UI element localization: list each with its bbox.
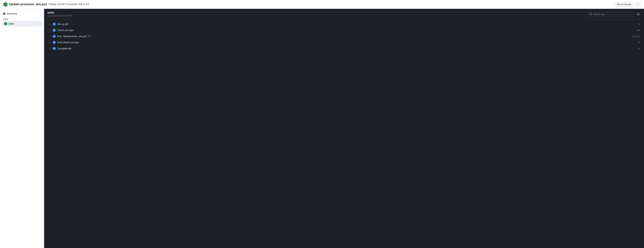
step-name-4: Complete job — [57, 47, 636, 50]
search-logs-input[interactable] — [593, 13, 632, 15]
search-box[interactable] — [587, 11, 634, 17]
job-success-icon — [4, 22, 7, 25]
workflow-subtitle: Rafay SOM Provision AKS #3 — [49, 2, 89, 6]
step-duration-3: 3s — [638, 41, 640, 44]
chevron-right-icon — [48, 47, 51, 50]
log-step-complete-job[interactable]: Complete job 0s — [46, 46, 643, 51]
step-name-1: Check out repo — [57, 29, 635, 31]
sidebar-job-build[interactable]: build — [1, 21, 42, 26]
chevron-right-icon — [48, 41, 51, 44]
more-options-button[interactable]: ··· — [635, 2, 640, 7]
step-name-0: Set up job — [57, 23, 636, 25]
log-header: build succeeded now in 14m 50s — [44, 9, 644, 19]
step-duration-0: 1s — [638, 23, 640, 25]
step-check-icon-3 — [52, 41, 56, 44]
step-duration-4: 0s — [638, 47, 640, 50]
sidebar-summary-link[interactable]: Summary — [0, 11, 44, 16]
workflow-status-icon — [4, 2, 8, 6]
log-step-post-checkout[interactable]: Post Check out repo 3s — [46, 39, 643, 45]
log-title: build — [48, 11, 72, 14]
main-content: Summary Jobs build build succeeded now i… — [0, 9, 644, 248]
gear-icon — [637, 12, 640, 15]
step-check-icon-0 — [52, 22, 56, 26]
home-icon — [3, 12, 6, 15]
step-name-3: Post Check out repo — [57, 41, 636, 44]
gear-settings-button[interactable] — [636, 12, 640, 16]
search-icon — [589, 13, 592, 15]
log-step-run-script[interactable]: Run ./aks/provision_aks.ps1 '*** 14m 32s — [46, 33, 643, 39]
workflow-title: Update provision_aks.ps1 — [9, 2, 47, 6]
top-bar-actions: Re-run all jobs ··· — [614, 2, 640, 7]
log-subtitle: succeeded now in 14m 50s — [48, 14, 72, 17]
log-header-actions — [587, 11, 640, 17]
log-header-info: build succeeded now in 14m 50s — [48, 11, 72, 17]
step-check-icon-4 — [52, 47, 56, 50]
top-bar-left: Update provision_aks.ps1 Rafay SOM Provi… — [4, 2, 89, 6]
step-name-2: Run ./aks/provision_aks.ps1 '*** — [57, 35, 630, 38]
job-build-name: build — [8, 22, 14, 25]
log-body: Set up job 1s Check out repo 12s — [44, 19, 644, 248]
log-step-setup-job[interactable]: Set up job 1s — [46, 21, 643, 27]
log-step-checkout-repo[interactable]: Check out repo 12s — [46, 27, 643, 33]
sidebar: Summary Jobs build — [0, 9, 44, 248]
step-check-icon-1 — [52, 29, 56, 32]
rerun-all-jobs-button[interactable]: Re-run all jobs — [614, 2, 634, 7]
step-duration-1: 12s — [637, 29, 640, 31]
summary-label: Summary — [7, 12, 17, 15]
jobs-section-label: Jobs — [0, 16, 44, 21]
chevron-right-icon — [48, 23, 51, 25]
step-check-icon-2 — [52, 35, 56, 38]
chevron-right-icon — [48, 29, 51, 31]
chevron-right-icon — [48, 35, 51, 38]
step-duration-2: 14m 32s — [632, 35, 640, 37]
log-panel: build succeeded now in 14m 50s — [44, 9, 644, 248]
top-bar: Update provision_aks.ps1 Rafay SOM Provi… — [0, 0, 644, 9]
